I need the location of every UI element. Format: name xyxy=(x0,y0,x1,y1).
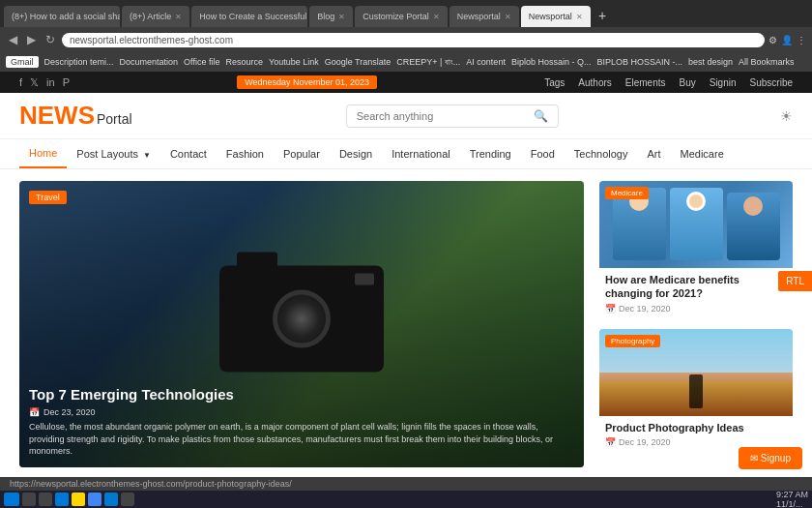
date-badge: Wednesday November 01, 2023 xyxy=(237,75,377,89)
nav-international[interactable]: International xyxy=(382,140,460,167)
bookmark-6[interactable]: Youtube Link xyxy=(269,57,319,67)
nav-design[interactable]: Design xyxy=(330,140,382,167)
tab-3[interactable]: How to Create a Successful M... ✕ xyxy=(191,6,307,27)
tab-5[interactable]: Customize Portal ✕ xyxy=(355,6,448,27)
nav-contact[interactable]: Contact xyxy=(160,140,217,167)
search-icon[interactable]: 🔍 xyxy=(534,109,548,123)
profile-icon[interactable]: 👤 xyxy=(781,35,793,45)
site-logo[interactable]: NEWS Portal xyxy=(19,101,132,131)
nav-post-layouts[interactable]: Post Layouts ▼ xyxy=(67,140,160,167)
start-button[interactable] xyxy=(4,493,19,506)
chrome-taskbar[interactable] xyxy=(88,493,102,506)
status-bar: https://newsportal.electronthemes-ghost.… xyxy=(0,477,812,491)
social-icons: f 𝕏 in P xyxy=(19,76,70,89)
tab-2-close[interactable]: ✕ xyxy=(175,13,182,21)
featured-date-text: Dec 23, 2020 xyxy=(44,407,96,417)
tab-4-close[interactable]: ✕ xyxy=(338,13,345,21)
new-tab-button[interactable]: + xyxy=(593,8,612,23)
settings-taskbar[interactable] xyxy=(121,493,134,506)
nav-art[interactable]: Art xyxy=(637,140,670,167)
tab-7[interactable]: Newsportal ✕ xyxy=(521,6,591,27)
tab-4-label: Blog xyxy=(317,12,334,21)
taskbar-icons xyxy=(4,493,134,506)
search-bar[interactable]: 🔍 xyxy=(346,105,559,128)
tab-5-label: Customize Portal xyxy=(362,12,429,21)
bookmark-4[interactable]: Office file xyxy=(184,57,219,67)
bookmark-7[interactable]: Google Translate xyxy=(325,57,392,67)
bookmark-5[interactable]: Resource xyxy=(225,57,263,67)
address-bar-row: ◀ ▶ ↻ newsportal.electronthemes-ghost.co… xyxy=(0,27,812,52)
date-display: 11/1/... xyxy=(776,499,803,508)
top-nav-authors[interactable]: Authors xyxy=(578,77,611,88)
bookmark-11[interactable]: BIPLOB HOSSAIN -... xyxy=(596,57,682,67)
rtl-button[interactable]: RTL xyxy=(778,271,812,291)
menu-icon[interactable]: ⋮ xyxy=(797,35,806,45)
refresh-button[interactable]: ↻ xyxy=(43,33,58,46)
content-area: Travel Top 7 Emerging Technologies 📅 Dec… xyxy=(0,169,812,479)
address-bar[interactable]: newsportal.electronthemes-ghost.com xyxy=(62,33,765,47)
nav-home[interactable]: Home xyxy=(19,139,67,168)
search-taskbar[interactable] xyxy=(22,493,36,506)
camera-lens xyxy=(273,290,331,348)
tab-bar: (8+) How to add a social shar... ✕ (8+) … xyxy=(0,0,812,27)
medicare-date-text: Dec 19, 2020 xyxy=(619,304,671,314)
signup-button[interactable]: ✉ Signup xyxy=(739,447,802,469)
bookmark-gmail[interactable]: Gmail xyxy=(6,56,39,68)
nav-popular[interactable]: Popular xyxy=(274,140,330,167)
photo-card-image: Photography xyxy=(599,329,793,416)
theme-toggle-button[interactable]: ☀ xyxy=(780,108,793,124)
time-display: 9:27 AM xyxy=(776,490,808,499)
tab-2-label: (8+) Article xyxy=(130,12,171,21)
top-nav-signin[interactable]: Signin xyxy=(710,77,737,88)
bookmark-9[interactable]: AI content xyxy=(466,57,506,67)
nav-medicare[interactable]: Medicare xyxy=(671,140,734,167)
toolbar-icons: ⚙ 👤 ⋮ xyxy=(768,35,806,45)
forward-button[interactable]: ▶ xyxy=(24,33,39,46)
tab-1[interactable]: (8+) How to add a social shar... ✕ xyxy=(4,6,120,27)
tab-6-close[interactable]: ✕ xyxy=(505,13,511,21)
tab-2[interactable]: (8+) Article ✕ xyxy=(122,6,189,27)
nav-food[interactable]: Food xyxy=(521,140,565,167)
file-explorer[interactable] xyxy=(72,493,85,506)
top-nav-subscribe[interactable]: Subscribe xyxy=(750,77,793,88)
browser-taskbar[interactable] xyxy=(55,493,69,506)
nav-post-layouts-label: Post Layouts xyxy=(76,148,138,160)
tab-4[interactable]: Blog ✕ xyxy=(309,6,353,27)
tab-3-label: How to Create a Successful M... xyxy=(199,12,307,21)
nav-trending[interactable]: Trending xyxy=(460,140,521,167)
top-nav-elements[interactable]: Elements xyxy=(625,77,666,88)
browser-chrome: (8+) How to add a social shar... ✕ (8+) … xyxy=(0,0,812,72)
bookmark-10[interactable]: Biplob Hossain - Q... xyxy=(511,57,592,67)
pinterest-icon[interactable]: P xyxy=(63,76,70,88)
featured-image: Travel Top 7 Emerging Technologies 📅 Dec… xyxy=(19,181,584,467)
facebook-icon[interactable]: f xyxy=(19,76,22,88)
tab-5-close[interactable]: ✕ xyxy=(433,13,440,21)
nav-fashion[interactable]: Fashion xyxy=(217,140,274,167)
featured-title: Top 7 Emerging Technologies xyxy=(29,385,574,404)
tab-7-close[interactable]: ✕ xyxy=(576,13,583,21)
nav-technology[interactable]: Technology xyxy=(565,140,638,167)
calendar-icon-photo: 📅 xyxy=(605,437,616,447)
task-view[interactable] xyxy=(39,493,52,506)
top-nav-buy[interactable]: Buy xyxy=(679,77,695,88)
tab-6[interactable]: Newsportal ✕ xyxy=(450,6,519,27)
bookmark-all[interactable]: All Bookmarks xyxy=(739,57,795,67)
vscode-taskbar[interactable] xyxy=(104,493,118,506)
side-articles: Medicare How are xyxy=(599,181,793,467)
featured-article[interactable]: Travel Top 7 Emerging Technologies 📅 Dec… xyxy=(19,181,584,467)
bookmark-12[interactable]: best design xyxy=(688,57,733,67)
camera-button xyxy=(355,274,374,285)
twitter-icon[interactable]: 𝕏 xyxy=(30,76,39,89)
bookmark-8[interactable]: CREEPY+ | বাং... xyxy=(396,57,460,68)
search-input[interactable] xyxy=(357,110,528,122)
extensions-icon[interactable]: ⚙ xyxy=(768,35,777,45)
main-nav: Home Post Layouts ▼ Contact Fashion Popu… xyxy=(0,139,812,169)
bookmark-2[interactable]: Description temi... xyxy=(44,57,114,67)
bookmarks-bar: Gmail Description temi... Documentation … xyxy=(0,52,812,72)
medicare-card[interactable]: Medicare How are xyxy=(599,181,793,319)
bookmark-3[interactable]: Documentation xyxy=(120,57,179,67)
back-button[interactable]: ◀ xyxy=(6,33,20,46)
top-nav-tags[interactable]: Tags xyxy=(544,77,565,88)
linkedin-icon[interactable]: in xyxy=(46,76,55,88)
site-topbar: f 𝕏 in P Wednesday November 01, 2023 Tag… xyxy=(0,72,812,93)
